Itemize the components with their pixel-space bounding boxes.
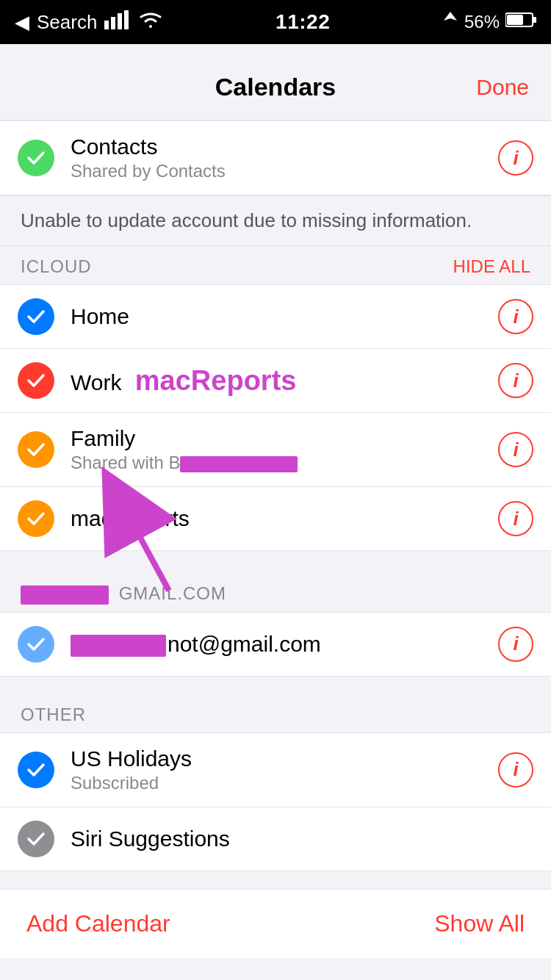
bottom-bar: Add Calendar Show All [0,889,551,958]
item-title-work: Work macReports [71,365,498,397]
item-title-family: Family [71,426,498,451]
svg-rect-6 [507,15,523,25]
gmail-label: GMAIL.COM [21,583,226,605]
check-circle-gmail[interactable] [18,626,54,663]
info-button-macreports[interactable]: i [498,501,533,536]
icloud-section: Home i Work macReports i Family [0,284,551,551]
item-title-home: Home [71,304,498,329]
info-button-work[interactable]: i [498,363,533,398]
item-text-holidays: US Holidays Subscribed [71,746,498,793]
item-title-contacts: Contacts [71,134,498,159]
item-text-siri: Siri Suggestions [71,826,498,851]
info-button-contacts[interactable]: i [498,140,533,176]
other-label: OTHER [21,705,86,725]
wifi-icon [138,10,163,35]
status-left: ◀ Search [15,10,163,35]
svg-rect-1 [111,17,115,29]
add-calendar-button[interactable]: Add Calendar [26,910,170,937]
info-button-siri[interactable]: i [498,821,533,857]
watermark-label: macReports [135,365,297,396]
check-circle-contacts[interactable] [18,140,54,176]
other-section: US Holidays Subscribed i Siri Suggestion… [0,732,551,871]
list-item[interactable]: Work macReports i [0,349,551,413]
item-text-contacts: Contacts Shared by Contacts [71,134,498,181]
svg-rect-2 [118,13,122,29]
item-subtitle-family: Shared with B [71,453,498,473]
carrier-label: Search [37,11,97,34]
list-item[interactable]: macReports i [0,487,551,550]
list-item[interactable]: US Holidays Subscribed i [0,733,551,807]
svg-rect-5 [533,17,536,23]
item-subtitle-holidays: Subscribed [71,773,498,793]
warning-text: Unable to update account due to missing … [21,209,472,231]
item-text-home: Home [71,304,498,329]
info-button-holidays[interactable]: i [498,752,533,788]
signal-icon [104,10,131,35]
status-bar: ◀ Search 11:22 56% [0,0,551,44]
svg-rect-3 [124,10,129,29]
list-item[interactable]: Siri Suggestions i [0,807,551,871]
check-circle-work[interactable] [18,362,54,399]
item-text-work: Work macReports [71,365,498,397]
check-circle-home[interactable] [18,298,54,335]
done-button[interactable]: Done [476,75,529,100]
icloud-section-header: ICLOUD HIDE ALL [0,246,551,284]
warning-banner: Unable to update account due to missing … [0,195,551,246]
item-subtitle-contacts: Shared by Contacts [71,161,498,181]
item-title-holidays: US Holidays [71,746,498,771]
gmail-section: not@gmail.com i [0,612,551,677]
item-text-family: Family Shared with B [71,426,498,473]
svg-rect-0 [104,21,109,29]
status-right: 56% [442,10,536,34]
main-content: Calendars Done Contacts Shared by Contac… [0,54,551,958]
battery-icon [505,12,536,32]
back-arrow: ◀ [15,11,29,34]
battery-pct-label: 56% [464,12,500,32]
location-icon [442,10,458,34]
item-title-gmail: not@gmail.com [71,632,498,657]
check-circle-holidays[interactable] [18,752,54,788]
list-item[interactable]: not@gmail.com i [0,613,551,676]
item-title-siri: Siri Suggestions [71,826,498,851]
info-button-family[interactable]: i [498,432,533,467]
time-display: 11:22 [276,10,330,34]
info-button-home[interactable]: i [498,299,533,334]
show-all-button[interactable]: Show All [434,910,525,937]
check-circle-family[interactable] [18,431,54,468]
contacts-section: Contacts Shared by Contacts i [0,120,551,195]
list-item[interactable]: Family Shared with B i [0,413,551,487]
check-circle-macreports[interactable] [18,500,54,537]
list-item[interactable]: Contacts Shared by Contacts i [0,121,551,195]
hide-all-button[interactable]: HIDE ALL [453,256,530,277]
item-text-gmail: not@gmail.com [71,632,498,657]
list-item[interactable]: Home i [0,285,551,349]
other-section-header: OTHER [0,694,551,732]
page-title: Calendars [215,73,336,101]
icloud-label: ICLOUD [21,256,92,277]
item-text-macreports: macReports [71,506,498,531]
nav-bar: Calendars Done [0,54,551,120]
gmail-section-header: GMAIL.COM [0,569,551,612]
item-title-macreports: macReports [71,506,498,531]
info-button-gmail[interactable]: i [498,627,533,662]
check-circle-siri[interactable] [18,821,54,857]
